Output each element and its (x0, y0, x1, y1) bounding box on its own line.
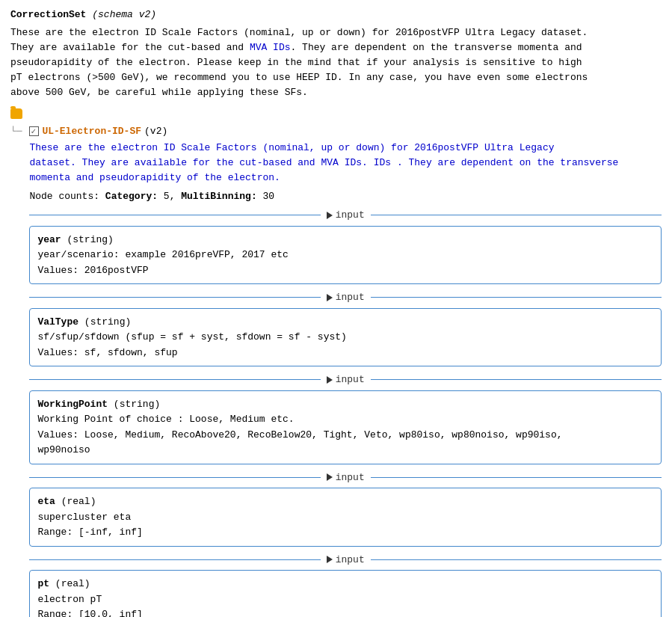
input-badge-year: input (321, 208, 371, 223)
node-ids-period: IDs . (374, 157, 403, 168)
input-divider-wp: input (29, 372, 662, 387)
node-version: (v2) (144, 124, 167, 139)
input-label-pt: input (336, 553, 365, 568)
line-left-valtype (29, 297, 320, 298)
valtype-param-type: (string) (84, 316, 131, 328)
input-badge-valtype: input (321, 290, 371, 305)
line-right-pt (371, 559, 662, 560)
working-point-keyword: Working (37, 399, 78, 410)
category-label: Category: (105, 191, 158, 202)
input-divider-eta: input (29, 470, 662, 485)
input-label-valtype: input (336, 290, 365, 305)
desc-they: They (10, 42, 34, 53)
desc-line-1: These are the electron ID Scale Factors … (10, 25, 662, 40)
page-container: CorrectionSet (schema v2) These are the … (10, 7, 662, 617)
year-param-values: Values: 2016postVFP (37, 263, 653, 278)
eta-param-name: eta (37, 496, 55, 507)
tree-container: └─ UL-Electron-ID-SF (v2) These are the … (10, 124, 662, 617)
pt-param-name: pt (37, 578, 49, 589)
wp-param-name-row: WorkingPoint (string) (37, 397, 653, 412)
node-name: UL-Electron-ID-SF (42, 124, 141, 139)
correction-set-title: CorrectionSet (schema v2) (10, 7, 662, 22)
eta-param-values: Range: [-inf, inf] (37, 525, 653, 540)
year-param-name-row: year (string) (37, 233, 653, 248)
pt-param-type: (real) (55, 578, 90, 589)
node-desc-3: momenta and pseudorapidity of the electr… (29, 171, 662, 185)
line-left-eta (29, 477, 320, 478)
tree-branch: └─ UL-Electron-ID-SF (v2) These are the … (10, 124, 662, 617)
input-box-eta: eta (real) supercluster eta Range: [-inf… (29, 488, 662, 547)
wp-param-values2: wp90noiso (37, 443, 653, 458)
line-right-eta (371, 477, 662, 478)
input-label-year: input (336, 208, 365, 223)
wp-param-desc: Working Point of choice : Loose, Medium … (37, 412, 653, 427)
input-box-year: year (string) year/scenario: example 201… (29, 226, 662, 285)
input-divider-pt: input (29, 553, 662, 568)
node-description: These are the electron ID Scale Factors … (29, 141, 662, 185)
valtype-param-values: Values: sf, sfdown, sfup (37, 346, 653, 360)
node-title: UL-Electron-ID-SF (v2) (29, 124, 662, 139)
year-param-desc: year/scenario: example 2016preVFP, 2017 … (37, 248, 653, 263)
input-badge-pt: input (321, 553, 371, 568)
node-desc-1: These are the electron ID Scale Factors … (29, 141, 662, 156)
triangle-right-wp (327, 376, 333, 384)
input-badge-eta: input (321, 470, 371, 485)
folder-icon (10, 108, 22, 119)
line-left-pt (29, 559, 320, 560)
title-keyword: CorrectionSet (10, 9, 86, 20)
line-right-valtype (371, 297, 662, 298)
line-left-year (29, 215, 320, 215)
input-label-eta: input (336, 470, 365, 485)
wp-param-name: WorkingPoint (37, 399, 108, 410)
valtype-param-name-row: ValType (string) (37, 315, 653, 330)
year-param-name: year (37, 234, 61, 245)
triangle-right-year (327, 212, 333, 219)
input-divider-year: input (29, 208, 662, 223)
input-label-wp: input (336, 372, 365, 387)
input-badge-wp: input (321, 372, 371, 387)
eta-param-type: (real) (61, 496, 96, 507)
input-box-pt: pt (real) electron pT Range: [10.0, inf] (29, 570, 662, 617)
input-box-wp: WorkingPoint (string) Working Point of c… (29, 390, 662, 464)
eta-param-desc: supercluster eta (37, 510, 653, 525)
eta-param-name-row: eta (real) (37, 494, 653, 509)
pt-param-name-row: pt (real) (37, 577, 653, 592)
desc-line-5: above 500 GeV, be careful while applying… (10, 85, 662, 100)
title-schema: (schema v2) (92, 9, 156, 20)
folder-row (10, 106, 662, 121)
node-counts: Node counts: Category: 5, MultiBinning: … (29, 189, 662, 204)
line-left-wp (29, 379, 320, 380)
desc-line-4: pT electrons (>500 GeV), we recommend yo… (10, 70, 662, 85)
mva-ids: MVA IDs (250, 42, 291, 53)
node-desc-2: dataset. They are available for the cut-… (29, 156, 662, 171)
tree-lines: └─ (10, 124, 28, 139)
wp-param-type: (string) (114, 399, 160, 410)
multibinning-label: MultiBinning: (181, 191, 256, 202)
year-param-type: (string) (67, 234, 113, 245)
valtype-param-name: ValType (37, 316, 78, 328)
checkbox-icon (29, 126, 39, 136)
triangle-right-eta (327, 473, 333, 481)
pt-param-desc: electron pT (37, 592, 653, 607)
desc-that: that (337, 57, 360, 68)
line-right-wp (371, 379, 662, 380)
input-box-valtype: ValType (string) sf/sfup/sfdown (sfup = … (29, 308, 662, 367)
node-content: UL-Electron-ID-SF (v2) These are the ele… (29, 124, 662, 617)
input-divider-valtype: input (29, 290, 662, 305)
desc-line-3: pseudorapidity of the electron. Please k… (10, 55, 662, 70)
triangle-right-valtype (327, 294, 333, 301)
desc-line-2: They are available for the cut-based and… (10, 40, 662, 55)
wp-param-values: Values: Loose, Medium, RecoAbove20, Reco… (37, 428, 653, 443)
valtype-param-desc: sf/sfup/sfdown (sfup = sf + syst, sfdown… (37, 330, 653, 345)
mva-ids-node: MVA IDs (321, 157, 362, 168)
line-right-year (371, 215, 662, 215)
main-description: These are the electron ID Scale Factors … (10, 25, 662, 101)
triangle-right-pt (327, 556, 333, 563)
pt-param-values: Range: [10.0, inf] (37, 607, 653, 617)
